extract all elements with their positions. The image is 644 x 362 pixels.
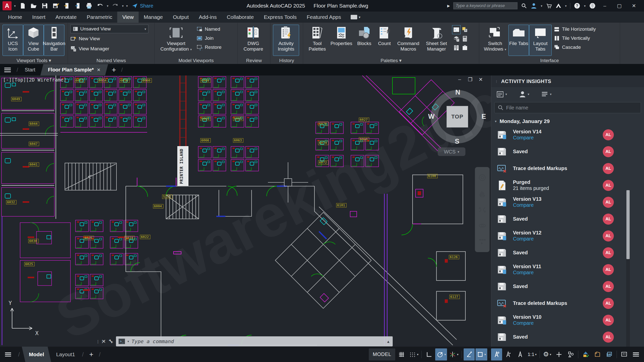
- navigation-bar[interactable]: [475, 167, 490, 252]
- isolate-objects-button[interactable]: [565, 348, 576, 360]
- switch-windows-button[interactable]: Switch Windows ▾: [482, 25, 508, 56]
- compare-link[interactable]: Compare: [513, 202, 588, 208]
- isometric-drafting-toggle[interactable]: ▾: [448, 348, 460, 360]
- ribbon-tab-featured-apps[interactable]: Featured Apps: [302, 12, 346, 23]
- layout-menu-button[interactable]: [0, 352, 16, 356]
- compare-link[interactable]: Compare: [513, 135, 588, 141]
- ribbon-tab-insert[interactable]: Insert: [27, 12, 51, 23]
- ribbon-tab-annotate[interactable]: Annotate: [51, 12, 82, 23]
- quick-calc-palette-button[interactable]: [461, 34, 469, 43]
- ribbon-display-toggle[interactable]: ▾: [351, 12, 360, 23]
- layout1-tab[interactable]: Layout1: [51, 347, 80, 362]
- doc-minimize-icon[interactable]: –: [457, 76, 462, 83]
- ribbon-tab-collaborate[interactable]: Collaborate: [222, 12, 259, 23]
- view-cube-toggle-button[interactable]: View Cube: [23, 25, 44, 56]
- undo-button[interactable]: [96, 2, 104, 10]
- activity-scrollbar[interactable]: [626, 190, 630, 347]
- panel-footer-viewport-tools[interactable]: Viewport Tools ▾: [0, 58, 68, 63]
- compass-west-label[interactable]: W: [428, 113, 434, 120]
- ortho-mode-toggle[interactable]: [423, 348, 434, 360]
- dwg-compare-button[interactable]: DWG Compare: [240, 25, 266, 56]
- panel-footer-review[interactable]: Review: [238, 58, 270, 63]
- snap-mode-toggle[interactable]: ▾: [408, 348, 420, 360]
- ribbon-tab-manage[interactable]: Manage: [139, 12, 168, 23]
- layer-properties-palette-button[interactable]: [461, 25, 469, 34]
- model-space-button[interactable]: MODEL: [369, 348, 395, 360]
- user-filter-button[interactable]: ▾: [519, 90, 530, 98]
- grid-display-toggle[interactable]: [396, 348, 407, 360]
- cascade-button[interactable]: Cascade: [554, 43, 596, 52]
- command-line-grip[interactable]: ⋮⋮: [96, 341, 99, 342]
- scrollbar-thumb[interactable]: [626, 190, 630, 259]
- annotation-visibility-toggle[interactable]: [491, 348, 502, 360]
- activity-event-item[interactable]: Trace deleted Markups AL: [491, 160, 644, 177]
- show-motion-icon[interactable]: [478, 237, 487, 246]
- compass-east-label[interactable]: E: [481, 113, 486, 120]
- ribbon-tab-add-ins[interactable]: Add-ins: [194, 12, 222, 23]
- view-cube[interactable]: N S W E TOP: [431, 90, 484, 143]
- named-viewports-button[interactable]: Named: [196, 25, 222, 34]
- activity-event-item[interactable]: Version V13 Compare AL: [491, 194, 644, 211]
- layout-tabs-toggle-button[interactable]: Layout Tabs: [529, 25, 552, 56]
- open-file-button[interactable]: [29, 2, 38, 10]
- autodesk-caret-icon[interactable]: ▾: [565, 4, 567, 8]
- activity-event-item[interactable]: Trace deleted Markups AL: [491, 295, 644, 312]
- group-collapse-caret-icon[interactable]: ▾: [495, 119, 497, 123]
- ribbon-tab-output[interactable]: Output: [168, 12, 194, 23]
- polar-tracking-toggle[interactable]: ▾: [435, 348, 447, 360]
- date-filter-button[interactable]: ▾: [496, 90, 507, 98]
- annotation-monitor-plus-button[interactable]: [553, 348, 565, 360]
- panel-footer-palettes[interactable]: Palettes ▾: [303, 58, 479, 63]
- activity-event-item[interactable]: Version V14 Compare AL: [491, 126, 644, 143]
- autoscale-toggle[interactable]: [503, 348, 514, 360]
- autodesk-logo-icon[interactable]: [555, 3, 561, 9]
- minimize-button[interactable]: –: [599, 0, 610, 12]
- doc-close-icon[interactable]: ✕: [478, 76, 484, 83]
- ribbon-tab-parametric[interactable]: Parametric: [82, 12, 117, 23]
- ucs-icon-toggle-button[interactable]: UCS Icon: [3, 25, 23, 56]
- search-expand-icon[interactable]: ▶: [447, 4, 450, 8]
- panel-footer-model-viewports[interactable]: Model Viewports: [155, 58, 237, 63]
- trace-button[interactable]: [592, 348, 603, 360]
- compare-link[interactable]: Compare: [513, 320, 588, 326]
- object-snap-tracking-toggle[interactable]: [464, 348, 475, 360]
- tool-palettes-button[interactable]: Tool Palettes: [306, 25, 329, 56]
- help-icon[interactable]: ?: [574, 3, 580, 9]
- panel-grip-icon[interactable]: ⋮: [495, 81, 498, 82]
- maximize-button[interactable]: ▢: [614, 0, 625, 12]
- file-tab-start[interactable]: Start: [20, 64, 40, 75]
- wcs-dropdown[interactable]: WCS▾: [438, 147, 465, 156]
- annotation-scale-icon[interactable]: [515, 348, 526, 360]
- transmit-button[interactable]: [74, 2, 82, 10]
- new-layout-button[interactable]: +: [86, 350, 97, 358]
- file-tab-active-document[interactable]: Floor Plan Sample* ✕: [40, 64, 108, 75]
- zoom-extents-icon[interactable]: [478, 205, 487, 214]
- join-viewports-button[interactable]: Join: [196, 34, 222, 43]
- navigation-wheel-icon[interactable]: [478, 173, 487, 182]
- new-drawing-tab-button[interactable]: +: [108, 64, 120, 75]
- drawing-canvas[interactable]: PRINTER ISLAND: [0, 75, 491, 347]
- command-line-customize-icon[interactable]: 🔧︎: [108, 339, 113, 344]
- tile-vertically-button[interactable]: Tile Vertically: [554, 34, 596, 43]
- search-icon[interactable]: [521, 3, 527, 9]
- event-type-filter-button[interactable]: ▾: [541, 90, 552, 98]
- help-search-input[interactable]: [453, 2, 517, 9]
- sign-in-user-icon[interactable]: [531, 3, 537, 9]
- activity-event-item[interactable]: Saved AL: [491, 278, 644, 295]
- autocad-app-menu-button[interactable]: A: [3, 1, 12, 10]
- share-button[interactable]: Share: [132, 3, 153, 9]
- activity-event-item[interactable]: Purged 21 items purged AL: [491, 177, 644, 194]
- annotation-scale-button[interactable]: 1:1▾: [527, 348, 538, 360]
- compare-link[interactable]: Compare: [513, 269, 588, 275]
- command-line-close-icon[interactable]: ✕: [102, 338, 106, 344]
- view-cube-top-face[interactable]: TOP: [447, 106, 468, 128]
- file-tabs-toggle-button[interactable]: File Tabs: [508, 25, 529, 56]
- sheet-set-manager-button[interactable]: Sheet Set Manager: [422, 25, 451, 56]
- customize-quick-access-caret-icon[interactable]: ▾: [126, 4, 128, 8]
- clean-screen-button[interactable]: [619, 348, 630, 360]
- activity-event-item[interactable]: Saved AL: [491, 143, 644, 160]
- view-combo-box[interactable]: Unsaved View ▾: [70, 25, 148, 33]
- object-snap-toggle[interactable]: ▾: [475, 348, 487, 360]
- restore-viewports-button[interactable]: Restore: [196, 43, 222, 52]
- navigation-bar-toggle-button[interactable]: Navigation Bar: [44, 25, 64, 56]
